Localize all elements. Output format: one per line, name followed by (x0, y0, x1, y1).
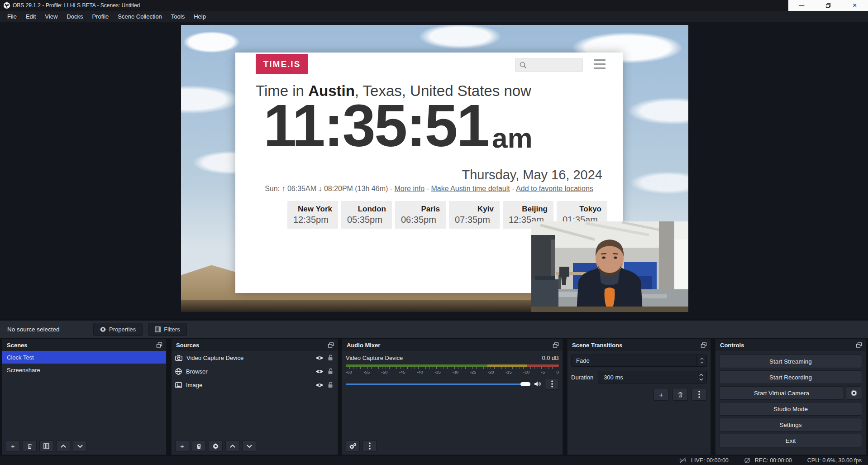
status-bar: LIVE: 00:00:00 REC: 00:00:00 CPU: 0.6%, … (0, 456, 868, 465)
mixer-channel-menu-button[interactable] (545, 378, 559, 390)
controls-panel: Controls Start Streaming Start Recording… (715, 339, 866, 455)
visibility-eye-icon[interactable] (315, 355, 324, 360)
move-scene-down-button[interactable] (73, 440, 87, 452)
kebab-menu-icon (551, 380, 553, 388)
spin-down-icon[interactable] (699, 378, 703, 381)
popout-icon[interactable] (701, 342, 707, 348)
menu-edit[interactable]: Edit (21, 12, 40, 21)
scene-transitions-panel: Scene Transitions Fade Duration 300 ms (567, 339, 711, 455)
dock-area: Scenes Clock Test Screenshare + Sources … (0, 339, 868, 456)
rec-time: REC: 00:00:00 (755, 457, 792, 464)
menu-help[interactable]: Help (189, 12, 210, 21)
speaker-icon[interactable] (534, 381, 541, 387)
city-card-paris[interactable]: Paris06:35pm (395, 201, 446, 229)
start-recording-button[interactable]: Start Recording (719, 370, 862, 384)
vu-tick-ruler (346, 367, 559, 369)
scene-item-clock-test[interactable]: Clock Test (2, 351, 166, 364)
virtual-camera-config-button[interactable] (846, 386, 862, 400)
preview-canvas[interactable]: TIME.IS Time in Austin, Texas, United St… (181, 25, 688, 312)
city-card-london[interactable]: London05:35pm (341, 201, 392, 229)
timeis-search-box[interactable] (515, 58, 583, 72)
volume-slider[interactable] (346, 384, 530, 385)
restore-button[interactable] (815, 0, 842, 11)
visibility-eye-icon[interactable] (315, 383, 324, 388)
mixer-db-value: 0.0 dB (542, 355, 559, 361)
record-inactive-icon (744, 457, 750, 464)
lock-icon[interactable] (328, 355, 333, 361)
menu-profile[interactable]: Profile (87, 12, 113, 21)
popout-icon[interactable] (856, 342, 862, 348)
scene-filters-button[interactable] (39, 440, 53, 452)
menu-scene-collection[interactable]: Scene Collection (113, 12, 167, 21)
minimize-button[interactable]: — (788, 0, 815, 11)
source-row-browser[interactable]: Browser (172, 364, 338, 378)
menu-view[interactable]: View (40, 12, 62, 21)
popout-icon[interactable] (156, 342, 162, 348)
clock-ampm: am (492, 124, 533, 152)
search-icon (519, 61, 527, 69)
vu-meter (346, 364, 559, 367)
kebab-menu-icon (369, 442, 371, 450)
cpu-fps-stats: CPU: 0.6%, 30.00 fps (807, 457, 862, 464)
spin-up-icon[interactable] (699, 374, 703, 376)
controls-title: Controls (720, 342, 744, 349)
start-streaming-button[interactable]: Start Streaming (719, 355, 862, 368)
visibility-eye-icon[interactable] (315, 369, 324, 374)
chevron-up-icon (700, 358, 704, 360)
menu-file[interactable]: File (3, 12, 21, 21)
menu-docks[interactable]: Docks (62, 12, 87, 21)
properties-button[interactable]: Properties (93, 323, 143, 336)
city-card-new-york[interactable]: New York12:35pm (287, 201, 338, 229)
source-row-video-capture[interactable]: Video Capture Device (172, 351, 338, 364)
duration-spinbox[interactable]: 300 ms (598, 371, 707, 384)
volume-slider-handle[interactable] (520, 382, 530, 386)
more-info-link[interactable]: More info (395, 185, 425, 192)
start-virtual-camera-button[interactable]: Start Virtual Camera (719, 386, 844, 400)
camera-icon (175, 355, 182, 361)
exit-button[interactable]: Exit (719, 434, 862, 447)
lock-icon[interactable] (328, 382, 333, 388)
move-scene-up-button[interactable] (56, 440, 70, 452)
popout-icon[interactable] (553, 342, 559, 348)
move-source-up-button[interactable] (225, 440, 239, 452)
transition-menu-button[interactable] (692, 388, 707, 401)
settings-button[interactable]: Settings (719, 418, 862, 431)
obs-logo-icon (4, 2, 10, 9)
advanced-audio-button[interactable] (346, 440, 360, 452)
source-row-image[interactable]: Image (172, 378, 338, 392)
add-transition-button[interactable]: + (653, 388, 669, 401)
close-button[interactable]: ✕ (841, 0, 868, 11)
mixer-menu-button[interactable] (362, 440, 377, 452)
hamburger-menu-icon[interactable] (594, 59, 606, 69)
city-card-kyiv[interactable]: Kyiv07:35pm (449, 201, 500, 229)
obs-window: OBS 29.1.2 - Profile: LLHLS BETA - Scene… (0, 0, 868, 465)
make-default-link[interactable]: Make Austin time default (431, 185, 510, 192)
lock-icon[interactable] (328, 368, 333, 374)
remove-source-button[interactable] (192, 440, 206, 452)
filters-icon (155, 326, 161, 332)
add-scene-button[interactable]: + (6, 440, 20, 452)
duration-label: Duration (571, 374, 593, 381)
double-gear-icon (349, 443, 357, 449)
popout-icon[interactable] (328, 342, 334, 348)
transition-select[interactable]: Fade (571, 355, 707, 367)
filters-button[interactable]: Filters (148, 323, 186, 336)
menu-tools[interactable]: Tools (167, 12, 189, 21)
remove-transition-button[interactable] (672, 388, 688, 401)
add-favorite-link[interactable]: Add to favorite locations (516, 185, 593, 192)
source-properties-button[interactable] (209, 440, 223, 452)
vu-tick-labels: -60-55-50-45-40-35-30-25-20-15-10-50 (346, 369, 559, 374)
sources-panel: Sources Video Capture Device Browser Ima… (171, 339, 338, 455)
studio-mode-button[interactable]: Studio Mode (719, 402, 862, 416)
remove-scene-button[interactable] (23, 440, 37, 452)
titlebar: OBS 29.1.2 - Profile: LLHLS BETA - Scene… (0, 0, 868, 11)
add-source-button[interactable]: + (175, 440, 189, 452)
transition-select-arrows[interactable] (696, 355, 706, 366)
move-source-down-button[interactable] (242, 440, 256, 452)
preview-area: TIME.IS Time in Austin, Texas, United St… (0, 22, 868, 319)
scene-item-screenshare[interactable]: Screenshare (2, 364, 166, 376)
webcam-overlay (531, 221, 688, 312)
sources-title: Sources (176, 342, 199, 349)
window-controls: — ✕ (788, 0, 868, 11)
chevron-down-icon (77, 445, 83, 448)
